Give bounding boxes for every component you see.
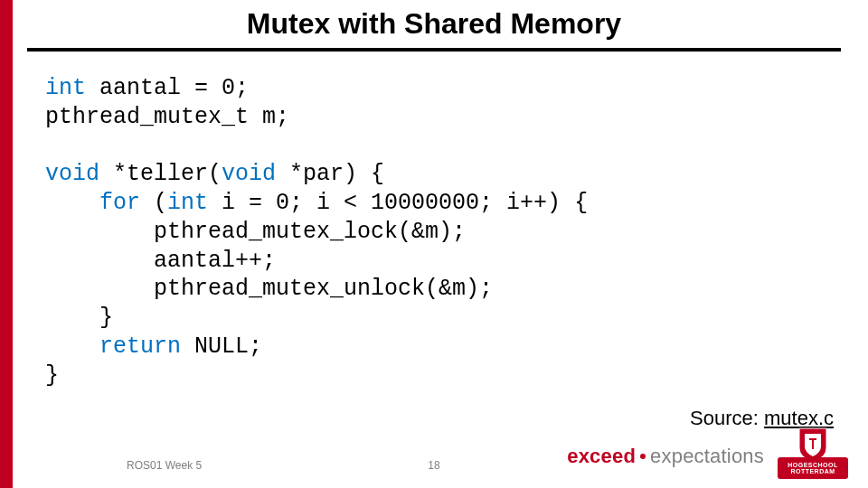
- code-l3b: *par) {: [276, 161, 384, 187]
- code-l3a: *teller(: [99, 161, 222, 187]
- brand: exceed expectations: [567, 445, 764, 468]
- logo-text: HOGESCHOOL ROTTERDAM: [788, 462, 838, 474]
- code-l9: NULL;: [181, 333, 262, 360]
- logo-banner: HOGESCHOOL ROTTERDAM: [778, 457, 848, 479]
- footer-left: ROS01 Week 5: [127, 459, 202, 472]
- code-block: int aantal = 0; pthread_mutex_t m; void …: [45, 74, 832, 389]
- source-label: Source:: [690, 407, 764, 429]
- code-l4a: (: [140, 190, 167, 216]
- page-title: Mutex with Shared Memory: [27, 7, 841, 46]
- content: int aantal = 0; pthread_mutex_t m; void …: [45, 74, 832, 389]
- brand-exceed: exceed: [567, 445, 636, 468]
- kw-int: int: [45, 75, 86, 101]
- code-l1: aantal = 0;: [86, 75, 249, 101]
- school-logo: HOGESCHOOL ROTTERDAM: [778, 427, 848, 479]
- kw-int2: int: [167, 190, 208, 216]
- brand-expectations: expectations: [650, 445, 764, 468]
- code-l8: }: [45, 305, 113, 331]
- page-number: 18: [428, 459, 439, 472]
- kw-for: for: [99, 190, 140, 216]
- code-l6: aantal++;: [45, 248, 276, 274]
- indent: [45, 190, 99, 216]
- code-l7: pthread_mutex_unlock(&m);: [45, 276, 493, 302]
- code-l5: pthread_mutex_lock(&m);: [45, 219, 466, 245]
- slide: Mutex with Shared Memory int aantal = 0;…: [0, 0, 868, 488]
- title-underline: [27, 48, 841, 52]
- code-l4b: i = 0; i < 10000000; i++) {: [208, 190, 588, 216]
- accent-bar: [0, 0, 13, 488]
- title-block: Mutex with Shared Memory: [27, 7, 841, 52]
- kw-void: void: [45, 161, 99, 187]
- kw-return: return: [99, 333, 181, 360]
- code-l10: }: [45, 362, 59, 389]
- code-l2: pthread_mutex_t m;: [45, 104, 289, 130]
- indent2: [45, 333, 99, 360]
- kw-void2: void: [222, 161, 276, 187]
- brand-dot-icon: [640, 454, 646, 459]
